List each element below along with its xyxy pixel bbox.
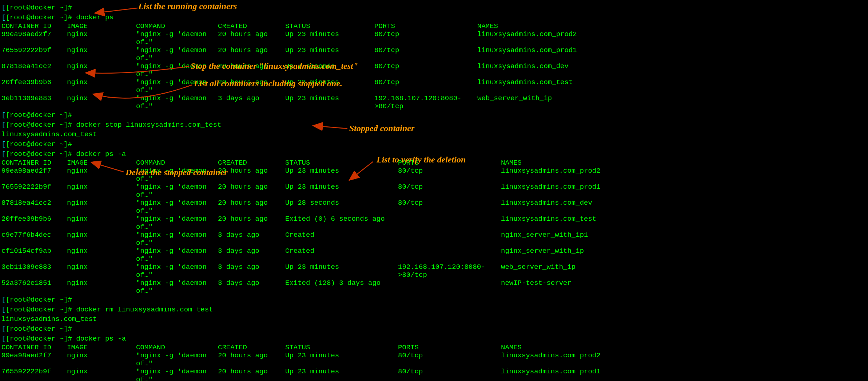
command-cell: "nginx -g 'daemon of…" [136, 351, 218, 368]
id-cell: 87818ea41cc2 [1, 199, 67, 215]
terminal: [[root@docker ~]# [[root@docker ~]# dock… [1, 3, 867, 381]
status-cell: Up 23 minutes [285, 46, 374, 62]
command-cell: "nginx -g 'daemon of…" [136, 215, 218, 231]
image-cell: nginx [67, 199, 136, 215]
prompt-line: [[root@docker ~]# [1, 110, 867, 120]
image-cell: nginx [67, 46, 136, 62]
table-row: 3eb11309e883nginx"nginx -g 'daemon of…"3… [1, 94, 867, 110]
image-cell: nginx [67, 263, 136, 279]
ports-cell: 80/tcp [398, 167, 501, 183]
id-cell: 765592222b9f [1, 368, 67, 381]
image-cell: nginx [67, 247, 136, 263]
table-row: 765592222b9fnginx"nginx -g 'daemon of…"2… [1, 183, 867, 199]
prompt-line: [[root@docker ~]# [1, 140, 867, 149]
status-cell: Up 23 minutes [285, 263, 398, 279]
table-header: CONTAINER IDIMAGECOMMANDCREATEDSTATUSPOR… [1, 343, 867, 351]
table-row: cf10154cf9abnginx"nginx -g 'daemon of…"3… [1, 247, 867, 263]
status-cell: Up 28 seconds [285, 199, 398, 215]
id-cell: 20ffee39b9b6 [1, 78, 67, 94]
names-cell: web_server_with_ip [501, 263, 867, 279]
ports-cell: 80/tcp [398, 351, 501, 368]
table-row: c9e77f6b4decnginx"nginx -g 'daemon of…"3… [1, 231, 867, 247]
ports-cell [398, 215, 501, 231]
ports-cell [398, 231, 501, 247]
created-cell: 20 hours ago [218, 167, 285, 183]
names-cell: web_server_with_ip [477, 94, 867, 110]
command-line[interactable]: [[root@docker ~]# docker rm linuxsysadmi… [1, 305, 867, 315]
table-row: 20ffee39b9b6nginx"nginx -g 'daemon of…"2… [1, 215, 867, 231]
status-cell: Up 23 minutes [285, 94, 374, 110]
id-cell: 3eb11309e883 [1, 94, 67, 110]
ports-cell: 80/tcp [398, 368, 501, 381]
image-cell: nginx [67, 368, 136, 381]
output-line: linuxsysadmins.com_test [1, 314, 867, 324]
names-cell: linuxsysadmins.com_dev [477, 62, 867, 78]
prompt-line: [[root@docker ~]# [1, 295, 867, 305]
names-cell: linuxsysadmins.com_dev [501, 199, 867, 215]
command-cell: "nginx -g 'daemon of…" [136, 231, 218, 247]
ports-cell: 80/tcp [398, 199, 501, 215]
output-line: linuxsysadmins.com_test [1, 130, 867, 140]
command-cell: "nginx -g 'daemon of…" [136, 94, 218, 110]
id-cell: c9e77f6b4dec [1, 231, 67, 247]
command-cell: "nginx -g 'daemon of…" [136, 279, 218, 295]
id-cell: 99ea98aed2f7 [1, 30, 67, 46]
status-cell: Exited (0) 6 seconds ago [285, 215, 398, 231]
ports-cell: 80/tcp [374, 30, 477, 46]
ports-cell: 80/tcp [374, 46, 477, 62]
table-header: CONTAINER IDIMAGECOMMANDCREATEDSTATUSPOR… [1, 22, 867, 30]
table-row: 765592222b9fnginx"nginx -g 'daemon of…"2… [1, 368, 867, 381]
ports-cell: 192.168.107.120:8080->80/tcp [374, 94, 477, 110]
names-cell: linuxsysadmins.com_test [501, 215, 867, 231]
status-cell: Created [285, 247, 398, 263]
id-cell: cf10154cf9ab [1, 247, 67, 263]
id-cell: 20ffee39b9b6 [1, 215, 67, 231]
image-cell: nginx [67, 215, 136, 231]
command-cell: "nginx -g 'daemon of…" [136, 167, 218, 183]
ports-cell [398, 247, 501, 263]
image-cell: nginx [67, 94, 136, 110]
created-cell: 20 hours ago [218, 183, 285, 199]
created-cell: 3 days ago [218, 247, 285, 263]
command-cell: "nginx -g 'daemon of…" [136, 62, 218, 78]
command-cell: "nginx -g 'daemon of…" [136, 78, 218, 94]
names-cell: linuxsysadmins.com_prod2 [477, 30, 867, 46]
names-cell: linuxsysadmins.com_test [477, 78, 867, 94]
created-cell: 20 hours ago [218, 215, 285, 231]
command-cell: "nginx -g 'daemon of…" [136, 199, 218, 215]
id-cell: 765592222b9f [1, 46, 67, 62]
table-row: 87818ea41cc2nginx"nginx -g 'daemon of…"2… [1, 199, 867, 215]
image-cell: nginx [67, 279, 136, 295]
created-cell: 20 hours ago [218, 46, 285, 62]
command-line[interactable]: [[root@docker ~]# docker ps -a [1, 149, 867, 159]
ports-cell: 80/tcp [398, 183, 501, 199]
table-row: 99ea98aed2f7nginx"nginx -g 'daemon of…"2… [1, 351, 867, 368]
ports-cell: 192.168.107.120:8080->80/tcp [398, 263, 501, 279]
status-cell: Up 23 minutes [285, 183, 398, 199]
table-row: 3eb11309e883nginx"nginx -g 'daemon of…"3… [1, 263, 867, 279]
status-cell: Created [285, 231, 398, 247]
created-cell: 20 hours ago [218, 199, 285, 215]
command-line[interactable]: [[root@docker ~]# docker ps [1, 13, 867, 23]
command-line[interactable]: [[root@docker ~]# docker stop linuxsysad… [1, 120, 867, 130]
image-cell: nginx [67, 62, 136, 78]
command-cell: "nginx -g 'daemon of…" [136, 183, 218, 199]
table-row: 765592222b9fnginx"nginx -g 'daemon of…"2… [1, 46, 867, 62]
created-cell: 20 hours ago [218, 368, 285, 381]
command-cell: "nginx -g 'daemon of…" [136, 368, 218, 381]
table-header: CONTAINER IDIMAGECOMMANDCREATEDSTATUSPOR… [1, 159, 867, 167]
prompt-line: [[root@docker ~]# [1, 324, 867, 334]
created-cell: 20 hours ago [218, 78, 285, 94]
image-cell: nginx [67, 231, 136, 247]
status-cell: Up 23 minutes [285, 30, 374, 46]
table-row: 99ea98aed2f7nginx"nginx -g 'daemon of…"2… [1, 167, 867, 183]
names-cell: linuxsysadmins.com_prod2 [501, 167, 867, 183]
status-cell: Exited (128) 3 days ago [285, 279, 398, 295]
created-cell: 20 hours ago [218, 351, 285, 368]
command-line[interactable]: [[root@docker ~]# docker ps -a [1, 334, 867, 344]
id-cell: 3eb11309e883 [1, 263, 67, 279]
ports-cell: 80/tcp [374, 78, 477, 94]
id-cell: 87818ea41cc2 [1, 62, 67, 78]
command-cell: "nginx -g 'daemon of…" [136, 46, 218, 62]
table-row: 99ea98aed2f7nginx"nginx -g 'daemon of…"2… [1, 30, 867, 46]
